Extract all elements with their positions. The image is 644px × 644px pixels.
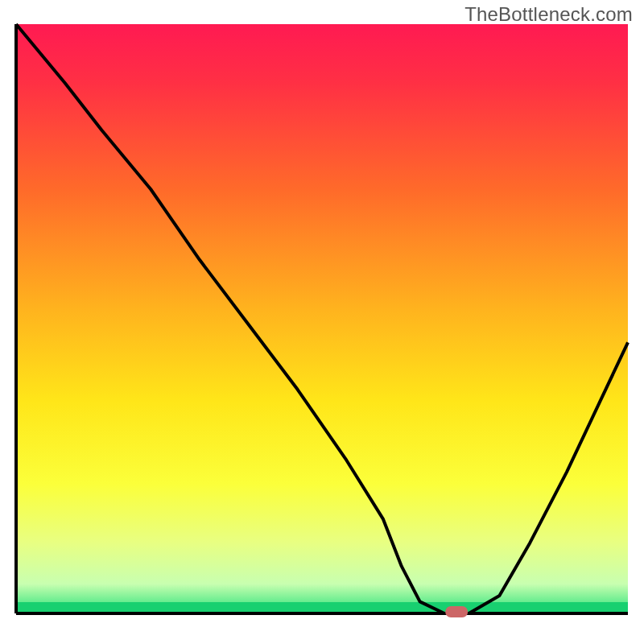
plot-green-band bbox=[16, 602, 628, 613]
minimum-marker bbox=[445, 606, 468, 617]
chart-container: TheBottleneck.com bbox=[0, 0, 644, 644]
watermark-text: TheBottleneck.com bbox=[464, 3, 633, 26]
plot-gradient bbox=[16, 24, 628, 613]
bottleneck-chart bbox=[0, 0, 644, 644]
